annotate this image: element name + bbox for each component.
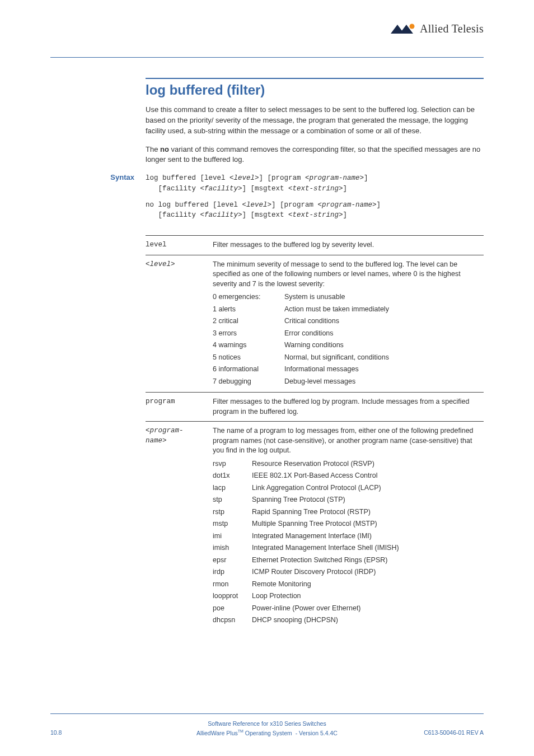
level-arg-intro: The minimum severity of message to send … bbox=[213, 260, 484, 290]
program-row: rstpRapid Spanning Tree Protocol (RSTP) bbox=[213, 506, 484, 519]
severity-name: 5 notices bbox=[213, 352, 284, 364]
program-desc: Integrated Management Interface Shell (I… bbox=[252, 542, 484, 554]
program-key: rstp bbox=[213, 506, 252, 519]
program-desc: Link Aggregation Control Protocol (LACP) bbox=[252, 482, 484, 494]
intro2-prefix: The bbox=[146, 145, 160, 153]
program-desc: IEEE 802.1X Port-Based Access Control bbox=[252, 470, 484, 482]
program-row: irdpICMP Router Discovery Protocol (IRDP… bbox=[213, 566, 484, 578]
program-row: stpSpanning Tree Protocol (STP) bbox=[213, 494, 484, 506]
param-desc: Filter messages to the buffered log by p… bbox=[213, 393, 484, 421]
param-desc: The name of a program to log messages fr… bbox=[213, 422, 484, 631]
program-row: rmonRemote Monitoring bbox=[213, 578, 484, 591]
program-desc: Resource Reservation Protocol (RSVP) bbox=[252, 458, 484, 470]
program-desc: Power-inline (Power over Ethernet) bbox=[252, 603, 484, 615]
page-footer: Software Reference for x310 Series Switc… bbox=[0, 713, 534, 736]
program-desc: DHCP snooping (DHCPSN) bbox=[252, 614, 484, 627]
severity-name: 6 informational bbox=[213, 363, 284, 376]
program-desc: Spanning Tree Protocol (STP) bbox=[252, 494, 484, 506]
table-row: <level> The minimum severity of message … bbox=[146, 255, 484, 393]
program-desc: Integrated Management Interface (IMI) bbox=[252, 530, 484, 543]
program-key: rmon bbox=[213, 578, 252, 591]
param-desc: Filter messages to the buffered log by s… bbox=[213, 236, 484, 255]
severity-levels-table: 0 emergencies:System is unusable1 alerts… bbox=[213, 291, 484, 388]
program-row: dhcpsnDHCP snooping (DHCPSN) bbox=[213, 614, 484, 627]
severity-row: 5 noticesNormal, but significant, condit… bbox=[213, 352, 484, 364]
syntax-code-1: log buffered [level <level>] [program <p… bbox=[146, 173, 368, 194]
program-desc: Ethernet Protection Switched Rings (EPSR… bbox=[252, 554, 484, 567]
severity-desc: Debug-level messages bbox=[284, 376, 484, 388]
program-row: imishIntegrated Management Interface She… bbox=[213, 542, 484, 554]
table-row: program Filter messages to the buffered … bbox=[146, 393, 484, 421]
program-key: irdp bbox=[213, 566, 252, 578]
severity-desc: System is unusable bbox=[284, 291, 484, 304]
logo-icon bbox=[390, 24, 416, 35]
program-row: rsvpResource Reservation Protocol (RSVP) bbox=[213, 458, 484, 470]
severity-row: 0 emergencies:System is unusable bbox=[213, 291, 484, 304]
program-key: imi bbox=[213, 530, 252, 543]
brand-text: Allied Telesis bbox=[420, 22, 484, 35]
severity-desc: Error conditions bbox=[284, 328, 484, 340]
param-key: program bbox=[146, 393, 213, 421]
intro-paragraph-1: Use this command to create a filter to s… bbox=[146, 105, 484, 137]
severity-row: 6 informationalInformational messages bbox=[213, 363, 484, 376]
program-row: loopprotLoop Protection bbox=[213, 590, 484, 603]
param-key: <level> bbox=[146, 255, 213, 393]
footer-rule bbox=[50, 713, 484, 714]
brand-logo: Allied Telesis bbox=[390, 22, 484, 35]
severity-desc: Critical conditions bbox=[284, 315, 484, 328]
severity-desc: Warning conditions bbox=[284, 339, 484, 352]
severity-name: 0 emergencies: bbox=[213, 291, 284, 304]
severity-name: 2 critical bbox=[213, 315, 284, 328]
severity-desc: Action must be taken immediately bbox=[284, 304, 484, 316]
footer-ref: Software Reference for x310 Series Switc… bbox=[50, 720, 484, 729]
footer-page-number: 10.8 bbox=[50, 729, 62, 736]
severity-row: 3 errorsError conditions bbox=[213, 328, 484, 340]
severity-desc: Normal, but significant, conditions bbox=[284, 352, 484, 364]
severity-name: 4 warnings bbox=[213, 339, 284, 352]
intro2-bold: no bbox=[160, 145, 169, 153]
page-title: log buffered (filter) bbox=[146, 82, 484, 98]
param-key: level bbox=[146, 236, 213, 255]
program-desc: Multiple Spanning Tree Protocol (MSTP) bbox=[252, 518, 484, 530]
severity-row: 7 debuggingDebug-level messages bbox=[213, 376, 484, 388]
program-arg-intro: The name of a program to log messages fr… bbox=[213, 426, 484, 456]
syntax-label: Syntax bbox=[50, 173, 146, 181]
program-key: dot1x bbox=[213, 470, 252, 482]
program-key: poe bbox=[213, 603, 252, 615]
program-key: stp bbox=[213, 494, 252, 506]
footer-doc-number: C613-50046-01 REV A bbox=[424, 729, 484, 736]
severity-name: 3 errors bbox=[213, 328, 284, 340]
program-desc: Loop Protection bbox=[252, 590, 484, 603]
severity-row: 4 warningsWarning conditions bbox=[213, 339, 484, 352]
severity-name: 1 alerts bbox=[213, 304, 284, 316]
intro2-suffix: variant of this command removes the corr… bbox=[146, 145, 480, 164]
param-desc: The minimum severity of message to send … bbox=[213, 255, 484, 393]
severity-name: 7 debugging bbox=[213, 376, 284, 388]
program-key: epsr bbox=[213, 554, 252, 567]
intro-paragraph-2: The no variant of this command removes t… bbox=[146, 144, 484, 166]
program-key: lacp bbox=[213, 482, 252, 494]
program-key: imish bbox=[213, 542, 252, 554]
title-rule bbox=[146, 78, 484, 79]
program-row: dot1xIEEE 802.1X Port-Based Access Contr… bbox=[213, 470, 484, 482]
program-row: epsrEthernet Protection Switched Rings (… bbox=[213, 554, 484, 567]
program-key: rsvp bbox=[213, 458, 252, 470]
table-row: level Filter messages to the buffered lo… bbox=[146, 236, 484, 255]
syntax-code-2: no log buffered [level <level>] [program… bbox=[146, 200, 381, 221]
svg-point-2 bbox=[409, 24, 414, 29]
severity-row: 2 criticalCritical conditions bbox=[213, 315, 484, 328]
program-desc: ICMP Router Discovery Protocol (IRDP) bbox=[252, 566, 484, 578]
program-desc: Rapid Spanning Tree Protocol (RSTP) bbox=[252, 506, 484, 519]
program-desc: Remote Monitoring bbox=[252, 578, 484, 591]
program-row: poePower-inline (Power over Ethernet) bbox=[213, 603, 484, 615]
parameter-table: level Filter messages to the buffered lo… bbox=[146, 235, 484, 631]
program-row: lacpLink Aggregation Control Protocol (L… bbox=[213, 482, 484, 494]
header-rule bbox=[50, 57, 484, 58]
program-row: mstpMultiple Spanning Tree Protocol (MST… bbox=[213, 518, 484, 530]
table-row: <program-name> The name of a program to … bbox=[146, 422, 484, 631]
severity-row: 1 alertsAction must be taken immediately bbox=[213, 304, 484, 316]
program-row: imiIntegrated Management Interface (IMI) bbox=[213, 530, 484, 543]
program-key: mstp bbox=[213, 518, 252, 530]
severity-desc: Informational messages bbox=[284, 363, 484, 376]
param-key: <program-name> bbox=[146, 422, 213, 631]
